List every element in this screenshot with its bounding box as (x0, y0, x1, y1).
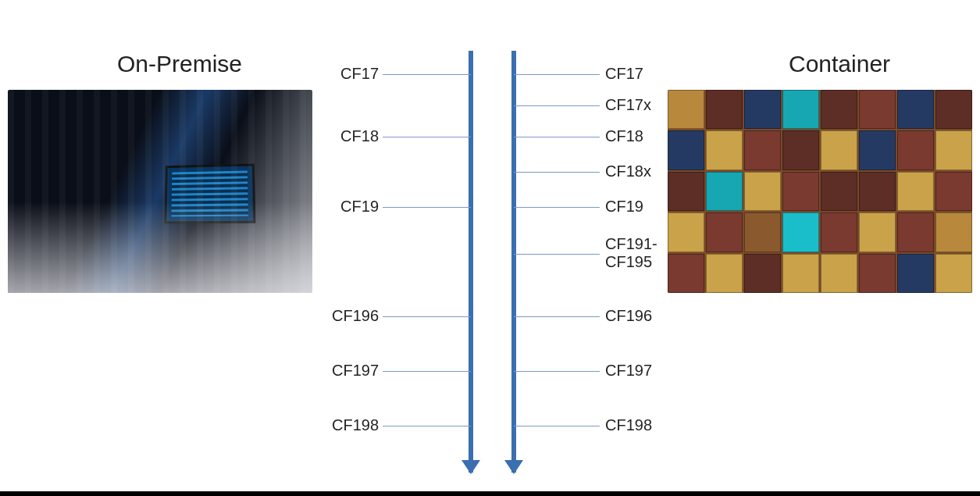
version-timeline: CF17CF18CF19CF196CF197CF198CF17CF17xCF18… (336, 51, 644, 484)
server-monitor-icon (164, 163, 255, 223)
version-label-left: CF197 (308, 362, 379, 380)
version-label-right: CF17x (605, 96, 651, 114)
version-label-left: CF19 (308, 198, 379, 216)
tick-right (514, 172, 600, 173)
tick-left (383, 371, 471, 372)
container-grid-icon (668, 90, 972, 293)
tick-left (383, 426, 471, 426)
version-label-left: CF17 (308, 65, 379, 83)
tick-right (514, 207, 600, 208)
version-label-right: CF19 (605, 198, 643, 216)
slide-bottom-border (0, 491, 980, 496)
version-label-right: CF18 (605, 127, 643, 145)
tick-right (514, 426, 600, 426)
version-label-right: CF18x (605, 162, 651, 180)
version-label-left: CF18 (308, 127, 379, 145)
version-label-left: CF196 (308, 307, 379, 325)
tick-right (514, 137, 600, 137)
version-label-right: CF198 (605, 416, 652, 434)
container-image (668, 90, 972, 293)
tick-right (514, 316, 600, 317)
tick-left (383, 207, 471, 208)
tick-left (383, 74, 471, 75)
tick-right (514, 74, 600, 75)
version-label-right: CF191- CF195 (605, 235, 657, 271)
tick-left (383, 316, 471, 317)
version-label-right: CF197 (605, 362, 652, 380)
version-label-left: CF198 (308, 416, 379, 434)
tick-right (514, 254, 600, 255)
version-label-right: CF17 (605, 65, 643, 83)
tick-left (383, 137, 471, 137)
timeline-arrow-right-icon (511, 51, 516, 473)
on-premise-image (8, 90, 312, 293)
timeline-arrow-left-icon (469, 51, 473, 473)
diagram-stage: On-Premise Container CF17CF18CF19CF196CF… (0, 0, 980, 496)
tick-right (514, 105, 600, 106)
title-container: Container (789, 51, 890, 77)
tick-right (514, 371, 600, 372)
version-label-right: CF196 (605, 307, 652, 325)
title-on-premise: On-Premise (117, 51, 242, 77)
